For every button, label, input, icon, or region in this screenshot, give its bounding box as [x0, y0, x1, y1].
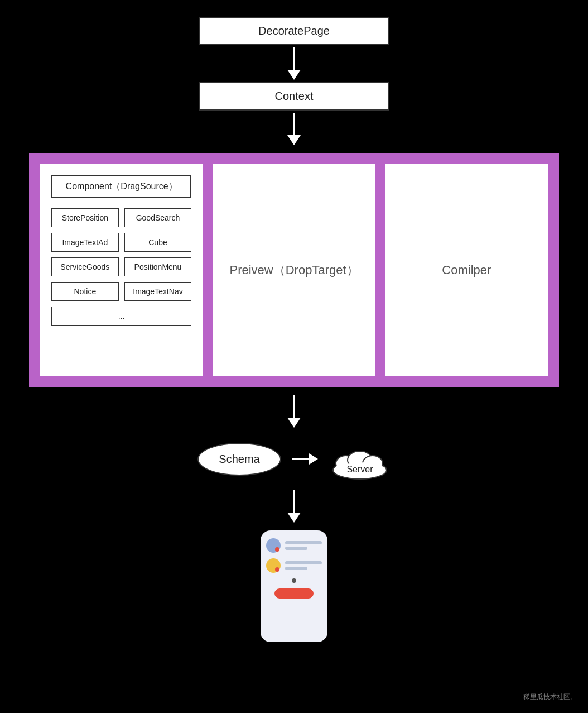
arrow-2	[287, 113, 301, 145]
compiler-panel: Comilper	[385, 164, 548, 376]
arrow-4	[287, 490, 301, 523]
preview-label: Preivew（DropTarget）	[229, 262, 358, 279]
comp-service-goods: ServiceGoods	[51, 257, 119, 276]
phone-button	[274, 588, 314, 599]
phone-container	[261, 530, 327, 642]
arrow-1	[287, 47, 301, 80]
phone-line-2a	[285, 561, 322, 564]
architecture-diagram: DecoratePage Context Component（DragSourc…	[0, 17, 588, 642]
comp-notice: Notice	[51, 282, 119, 301]
phone-lines-1	[285, 541, 322, 550]
phone-row-1	[266, 538, 322, 553]
server-cloud-svg: Server	[329, 441, 391, 480]
arrow-3	[287, 395, 301, 428]
schema-row: Schema Server	[197, 436, 390, 482]
arrow-right	[292, 453, 318, 465]
phone-avatar-blue	[266, 538, 281, 553]
comp-store-position: StorePosition	[51, 208, 119, 227]
purple-container: Component（DragSource） StorePosition Good…	[29, 153, 559, 387]
comp-good-search: GoodSearch	[124, 208, 192, 227]
schema-ellipse: Schema	[197, 443, 281, 476]
preview-panel: Preivew（DropTarget）	[213, 164, 375, 376]
comp-image-text-nav: ImageTextNav	[124, 282, 192, 301]
component-panel: Component（DragSource） StorePosition Good…	[40, 164, 203, 376]
phone-lines-2	[285, 561, 322, 570]
comp-cube: Cube	[124, 233, 192, 252]
phone-line-1b	[285, 547, 307, 550]
svg-text:Server: Server	[346, 465, 373, 474]
phone-dot	[292, 578, 296, 583]
phone-row-2	[266, 558, 322, 573]
decorate-page-box: DecoratePage	[199, 17, 389, 45]
context-box: Context	[199, 82, 389, 111]
phone-line-2b	[285, 567, 307, 570]
phone-mockup	[261, 530, 327, 642]
comp-position-menu: PositionMenu	[124, 257, 192, 276]
comp-more: ...	[51, 307, 191, 326]
component-header: Component（DragSource）	[51, 175, 191, 198]
phone-avatar-yellow	[266, 558, 281, 573]
phone-line-1a	[285, 541, 322, 544]
compiler-label: Comilper	[442, 263, 491, 277]
comp-image-text-ad: ImageTextAd	[51, 233, 119, 252]
component-grid: StorePosition GoodSearch ImageTextAd Cub…	[51, 208, 191, 326]
watermark: 稀里瓜技术社区。	[523, 692, 577, 702]
